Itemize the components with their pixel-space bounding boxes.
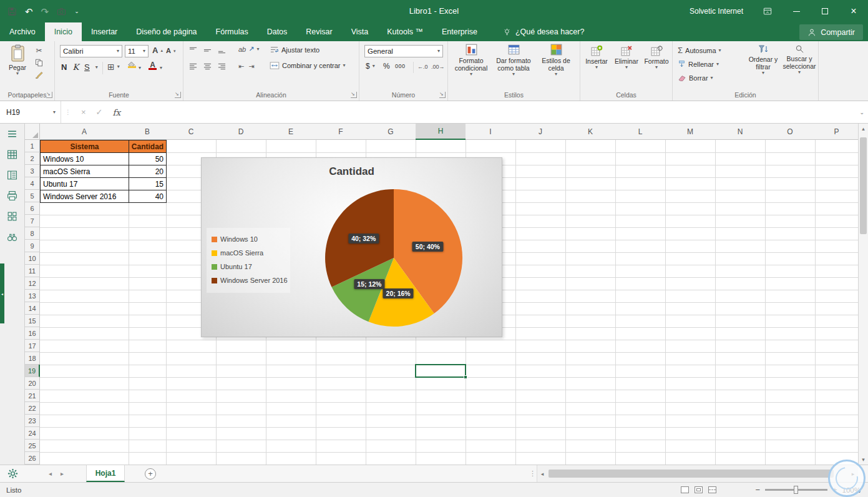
grid-icon[interactable]: [7, 211, 17, 222]
find-select-button[interactable]: Buscar y seleccionar ▾: [781, 44, 817, 75]
row-header-10[interactable]: 10: [25, 252, 40, 265]
share-button[interactable]: Compartir: [799, 24, 863, 40]
row-header-7[interactable]: 7: [25, 215, 40, 227]
font-size-select[interactable]: 11▾: [125, 45, 149, 57]
column-header-C[interactable]: C: [166, 124, 217, 140]
alignment-dialog-launcher[interactable]: ↘: [351, 92, 357, 98]
row-header-14[interactable]: 14: [25, 302, 40, 315]
format-painter-button[interactable]: [35, 71, 43, 79]
column-header-B[interactable]: B: [129, 124, 167, 140]
align-middle-icon[interactable]: [203, 46, 212, 54]
column-header-G[interactable]: G: [366, 124, 416, 140]
cancel-entry-button[interactable]: ×: [81, 107, 86, 117]
column-header-N[interactable]: N: [715, 124, 766, 140]
row-header-13[interactable]: 13: [25, 290, 40, 302]
column-header-P[interactable]: P: [815, 124, 858, 140]
ribbon-tab-datos[interactable]: Datos: [258, 22, 297, 41]
percent-button[interactable]: %: [383, 62, 390, 71]
autosum-button[interactable]: Σ Autosuma▾: [678, 46, 721, 55]
ribbon-tab-archivo[interactable]: Archivo: [0, 22, 45, 41]
align-top-icon[interactable]: [188, 46, 198, 54]
binoculars-icon[interactable]: [7, 232, 17, 242]
horizontal-scrollbar[interactable]: ◂ ▸: [537, 465, 858, 482]
next-sheet-button[interactable]: ▸: [61, 470, 64, 477]
cell-A3[interactable]: macOS Sierra: [40, 165, 129, 178]
cell-B5[interactable]: 40: [129, 190, 167, 203]
horizontal-scroll-thumb[interactable]: [549, 470, 834, 478]
align-bottom-icon[interactable]: [217, 46, 227, 54]
row-header-18[interactable]: 18: [25, 352, 40, 365]
tab-scroll-divider[interactable]: ⋮: [529, 465, 536, 482]
row-header-25[interactable]: 25: [25, 440, 40, 452]
column-header-A[interactable]: A: [40, 124, 129, 140]
vertical-scroll-thumb[interactable]: [860, 137, 867, 234]
sort-filter-button[interactable]: Ordenar y filtrar ▾: [746, 44, 780, 76]
zoom-slider[interactable]: [765, 489, 827, 491]
row-header-1[interactable]: 1: [25, 140, 40, 152]
merge-center-button[interactable]: Combinar y centrar ▾: [270, 62, 346, 69]
row-header-3[interactable]: 3: [25, 165, 40, 177]
decrease-indent-button[interactable]: ⇤: [238, 62, 244, 71]
add-sheet-button[interactable]: +: [145, 468, 156, 480]
row-header-2[interactable]: 2: [25, 152, 40, 165]
scroll-down-arrow[interactable]: ▾: [859, 455, 868, 465]
sheet-tab-hoja1[interactable]: Hoja1: [86, 465, 125, 482]
row-header-16[interactable]: 16: [25, 327, 40, 340]
orientation-button[interactable]: ab↗▾: [238, 45, 259, 53]
font-dialog-launcher[interactable]: ↘: [175, 92, 181, 98]
tell-me-box[interactable]: ¿Qué desea hacer?: [503, 22, 585, 41]
ribbon-tab-diseño-de-página[interactable]: Diseño de página: [127, 22, 206, 41]
row-header-23[interactable]: 23: [25, 415, 40, 427]
normal-view-button[interactable]: [681, 486, 689, 493]
currency-button[interactable]: $▾: [366, 62, 375, 71]
align-right-icon[interactable]: [217, 62, 227, 71]
pane-icon[interactable]: [7, 170, 17, 180]
row-header-26[interactable]: 26: [25, 452, 40, 465]
select-all-corner[interactable]: [25, 124, 40, 140]
increase-font-button[interactable]: A▴: [152, 46, 163, 55]
column-header-O[interactable]: O: [765, 124, 816, 140]
wrap-text-button[interactable]: Ajustar texto: [270, 46, 319, 54]
expand-formula-bar-button[interactable]: ⌄: [859, 101, 864, 123]
row-header-6[interactable]: 6: [25, 202, 40, 215]
delete-cells-button[interactable]: Eliminar ▾: [613, 45, 640, 70]
ribbon-tab-fórmulas[interactable]: Fórmulas: [207, 22, 258, 41]
fill-handle[interactable]: [464, 375, 467, 379]
number-dialog-launcher[interactable]: ↘: [439, 92, 446, 98]
pane-collapse-handle[interactable]: ◂: [0, 263, 4, 323]
maximize-button[interactable]: [811, 0, 839, 22]
cell-A5[interactable]: Windows Server 2016: [40, 190, 129, 203]
number-format-select[interactable]: General▾: [364, 45, 443, 57]
cell-styles-button[interactable]: Estilos de celda ▾: [535, 44, 577, 77]
column-header-K[interactable]: K: [565, 124, 616, 140]
name-box[interactable]: H19 ▾: [0, 101, 61, 123]
decrease-decimal-button[interactable]: .00→: [431, 64, 445, 70]
format-cells-button[interactable]: Formato ▾: [643, 45, 670, 70]
page-layout-view-button[interactable]: [695, 486, 703, 493]
cut-button[interactable]: ✂: [35, 46, 43, 55]
ribbon-tab-revisar[interactable]: Revisar: [296, 22, 341, 41]
vertical-scrollbar[interactable]: ▴ ▾: [858, 124, 868, 465]
ribbon-tab-insertar[interactable]: Insertar: [82, 22, 127, 41]
page-break-view-button[interactable]: [708, 486, 716, 493]
clipboard-dialog-launcher[interactable]: ↘: [46, 92, 52, 98]
cell-A1[interactable]: Sistema: [40, 140, 129, 153]
font-color-dropdown[interactable]: ▾: [160, 66, 162, 71]
column-header-F[interactable]: F: [316, 124, 366, 140]
row-header-9[interactable]: 9: [25, 240, 40, 252]
align-left-icon[interactable]: [188, 62, 198, 71]
worksheet-nav-icon[interactable]: [7, 149, 17, 160]
row-header-12[interactable]: 12: [25, 277, 40, 290]
column-header-L[interactable]: L: [615, 124, 666, 140]
confirm-entry-button[interactable]: ✓: [96, 107, 103, 117]
insert-cells-button[interactable]: Insertar ▾: [583, 45, 610, 70]
row-header-11[interactable]: 11: [25, 265, 40, 277]
column-header-M[interactable]: M: [665, 124, 716, 140]
scroll-left-arrow[interactable]: ◂: [537, 465, 547, 482]
column-header-D[interactable]: D: [216, 124, 266, 140]
fill-button[interactable]: Rellenar▾: [678, 60, 719, 68]
ribbon-tab-enterprise[interactable]: Enterprise: [432, 22, 487, 41]
underline-button[interactable]: S: [84, 62, 90, 72]
row-header-8[interactable]: 8: [25, 227, 40, 240]
paste-button[interactable]: Pegar ▾: [4, 44, 31, 76]
